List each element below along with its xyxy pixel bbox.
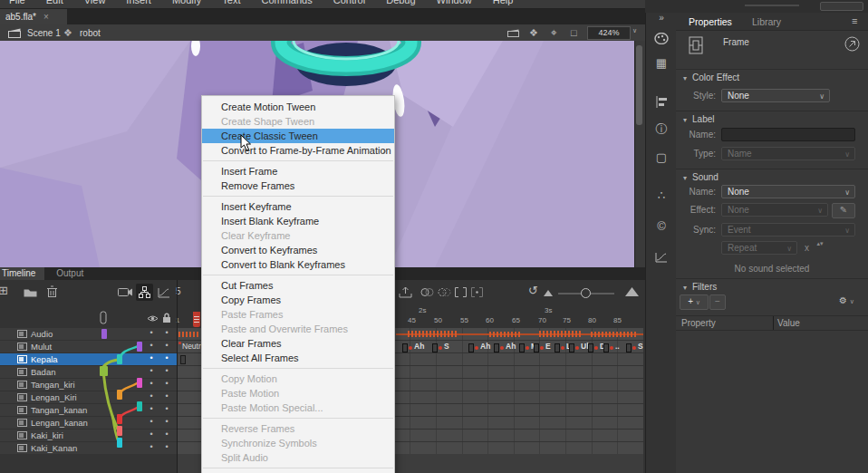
add-filter-button[interactable]: + ∨ bbox=[680, 294, 709, 310]
menu-view[interactable]: View bbox=[84, 0, 106, 6]
info-panel-icon[interactable]: ⓘ bbox=[646, 121, 677, 138]
brush-library-icon[interactable]: ∴ bbox=[646, 188, 677, 202]
breadcrumb-symbol[interactable]: robot bbox=[80, 28, 101, 38]
document-tab[interactable]: ab5.fla* × bbox=[0, 9, 67, 24]
tab-properties[interactable]: Properties bbox=[689, 16, 732, 27]
edit-sound-envelope-button[interactable]: ✎ bbox=[832, 203, 855, 218]
color-palette-icon[interactable] bbox=[654, 33, 669, 44]
panel-menu-icon[interactable]: ≡ bbox=[852, 15, 857, 26]
ruler-number[interactable]: 85 bbox=[613, 316, 622, 324]
menu-item-insert-blank-keyframe[interactable]: Insert Blank Keyframe bbox=[202, 214, 394, 228]
menu-item-convert-frame-by-frame[interactable]: Convert to Frame-by-Frame Animation › bbox=[202, 143, 394, 158]
ruler-number[interactable]: 55 bbox=[460, 316, 468, 324]
new-layer-icon[interactable]: ⊞ bbox=[0, 284, 8, 297]
ruler-number[interactable]: 50 bbox=[434, 316, 442, 324]
menu-help[interactable]: Help bbox=[493, 0, 514, 6]
timeline-panel-divider[interactable] bbox=[177, 280, 178, 473]
menu-item-paste-overwrite-frames: Paste and Overwrite Frames bbox=[202, 322, 394, 336]
scene-clapperboard-icon bbox=[8, 28, 22, 38]
menu-edit[interactable]: Edit bbox=[46, 0, 63, 6]
ruler-number[interactable]: 65 bbox=[512, 316, 520, 324]
menu-item-remove-frames[interactable]: Remove Frames bbox=[202, 179, 394, 193]
menu-item-cut-frames[interactable]: Cut Frames bbox=[202, 278, 394, 293]
delete-layer-trash-icon[interactable] bbox=[47, 285, 57, 298]
menu-separator bbox=[203, 468, 393, 468]
edit-multiple-frames-icon[interactable] bbox=[455, 287, 467, 297]
zoom-level-input[interactable]: 424% bbox=[587, 26, 631, 40]
ruler-number[interactable]: 45 bbox=[408, 316, 416, 324]
stage-scrollbar-thumb[interactable] bbox=[636, 45, 642, 125]
menu-window[interactable]: Window bbox=[437, 0, 472, 6]
menu-modify[interactable]: Modify bbox=[172, 0, 201, 6]
menu-item-create-motion-tween[interactable]: Create Motion Tween bbox=[202, 100, 394, 114]
menu-item-insert-frame[interactable]: Insert Frame bbox=[202, 164, 394, 179]
transform-panel-icon[interactable]: ▢ bbox=[646, 150, 677, 164]
menu-item-select-all-frames[interactable]: Select All Frames bbox=[202, 351, 394, 365]
menu-debug[interactable]: Debug bbox=[386, 0, 415, 6]
sound-effect-label: Effect: bbox=[676, 205, 716, 215]
lock-column-icon[interactable] bbox=[162, 313, 171, 323]
menu-insert[interactable]: Insert bbox=[126, 0, 151, 6]
menu-item-convert-to-keyframes[interactable]: Convert to Keyframes bbox=[202, 243, 394, 257]
swatches-icon[interactable]: ▦ bbox=[646, 56, 677, 70]
section-collapse-icon[interactable]: ▾ bbox=[683, 284, 687, 292]
zoom-out-timeline-icon[interactable] bbox=[544, 290, 553, 296]
filter-options-button[interactable]: ⚙ ∨ bbox=[839, 295, 854, 305]
clip-content-icon[interactable]: □ bbox=[571, 27, 577, 38]
loop-playback-icon[interactable]: ↺ bbox=[528, 284, 538, 297]
playhead[interactable] bbox=[193, 312, 200, 327]
section-collapse-icon[interactable]: ▾ bbox=[683, 116, 687, 124]
graph-editor-icon[interactable] bbox=[158, 287, 170, 298]
onion-skin-outlines-icon[interactable] bbox=[438, 287, 451, 297]
section-filters[interactable]: ▾Filters bbox=[683, 282, 717, 292]
collapse-panels-icon[interactable]: » bbox=[646, 13, 677, 23]
frame-range-icon[interactable] bbox=[471, 287, 483, 297]
zoom-chevron-icon[interactable]: ∨ bbox=[632, 27, 637, 34]
ruler-number[interactable]: 70 bbox=[538, 316, 546, 324]
frame-name-input[interactable] bbox=[721, 128, 855, 141]
menu-control[interactable]: Control bbox=[333, 0, 365, 6]
sound-name-dropdown[interactable]: None ∨ bbox=[721, 185, 855, 198]
repeat-count-stepper[interactable]: ▴▾ bbox=[815, 240, 825, 246]
ruler-number[interactable]: 80 bbox=[588, 316, 596, 324]
onion-skin-icon[interactable] bbox=[420, 287, 434, 297]
eye-column-icon[interactable] bbox=[147, 314, 159, 323]
section-label[interactable]: ▾Label bbox=[683, 114, 714, 124]
menu-item-create-classic-tween[interactable]: Create Classic Tween bbox=[202, 129, 394, 143]
ruler-number[interactable]: 75 bbox=[563, 316, 571, 324]
tab-library[interactable]: Library bbox=[752, 16, 781, 27]
section-collapse-icon[interactable]: ▾ bbox=[683, 174, 687, 182]
close-icon[interactable]: × bbox=[43, 12, 49, 22]
edit-scene-icon[interactable] bbox=[507, 29, 521, 38]
menu-commands[interactable]: Commands bbox=[261, 0, 312, 6]
search-box-remnant[interactable] bbox=[820, 2, 863, 11]
remove-filter-button[interactable]: − bbox=[709, 294, 726, 310]
menu-item-convert-to-blank-keyframes[interactable]: Convert to Blank Keyframes bbox=[202, 257, 394, 272]
creative-cloud-icon[interactable]: © bbox=[646, 219, 677, 233]
timeline-zoom-knob[interactable] bbox=[581, 288, 591, 298]
edit-symbols-icon[interactable]: ❖ bbox=[529, 27, 538, 39]
section-sound[interactable]: ▾Sound bbox=[683, 172, 719, 182]
section-color-effect[interactable]: ▾Color Effect bbox=[683, 72, 739, 82]
camera-icon[interactable] bbox=[118, 287, 132, 297]
motion-graph-icon[interactable] bbox=[655, 252, 668, 263]
menu-item-clear-frames[interactable]: Clear Frames bbox=[202, 336, 394, 351]
pencil-icon: ✎ bbox=[840, 205, 847, 215]
help-icon[interactable] bbox=[844, 36, 860, 52]
keyframe[interactable] bbox=[180, 355, 186, 364]
menu-text[interactable]: Text bbox=[222, 0, 240, 6]
section-collapse-icon[interactable]: ▾ bbox=[683, 74, 687, 82]
style-dropdown[interactable]: None ∨ bbox=[721, 89, 830, 102]
menu-file[interactable]: File bbox=[9, 0, 25, 6]
breadcrumb-scene[interactable]: Scene 1 bbox=[27, 28, 61, 38]
center-stage-icon[interactable]: ⌖ bbox=[551, 26, 557, 39]
new-folder-icon[interactable] bbox=[24, 287, 37, 297]
publish-frames-icon[interactable] bbox=[399, 286, 412, 298]
menu-item-copy-frames[interactable]: Copy Frames bbox=[202, 293, 394, 307]
ruler-number[interactable]: 60 bbox=[486, 316, 494, 324]
tab-output[interactable]: Output bbox=[47, 267, 92, 280]
menu-item-insert-keyframe[interactable]: Insert Keyframe bbox=[202, 199, 394, 214]
zoom-in-timeline-icon[interactable] bbox=[625, 287, 639, 296]
align-panel-icon[interactable] bbox=[655, 96, 668, 108]
tab-timeline[interactable]: Timeline bbox=[0, 267, 44, 280]
